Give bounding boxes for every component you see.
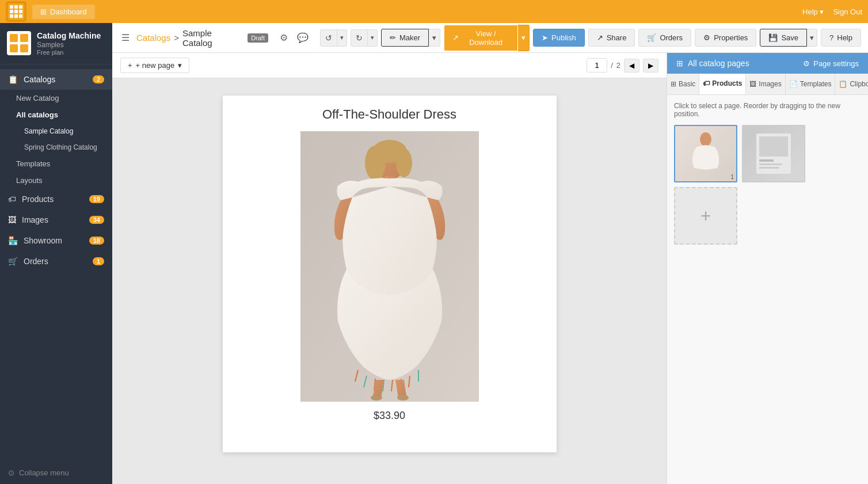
product-price: $33.90 (374, 410, 405, 422)
sidebar-item-products[interactable]: 🏷 Products 19 (0, 189, 112, 209)
tab-clipboard[interactable]: 📋 Clipboard (835, 74, 868, 94)
pencil-icon: ✏ (390, 33, 396, 42)
comment-icon-btn[interactable]: 💬 (295, 30, 311, 45)
view-button[interactable]: ↗ View / Download (444, 25, 518, 51)
tab-clipboard-label: Clipboard (850, 80, 868, 88)
sidebar-item-new-catalog[interactable]: New Catalog (0, 90, 112, 106)
save-label: Save (781, 33, 798, 42)
hamburger-menu-button[interactable]: ☰ (119, 30, 132, 45)
top-bar-right: Help ▾ Sign Out (802, 7, 862, 16)
undo-dropdown[interactable]: ▾ (337, 29, 347, 47)
page-prev-button[interactable]: ◀ (624, 59, 639, 73)
maker-group: ✏ Maker ▾ (381, 29, 440, 47)
properties-label: Properties (714, 33, 748, 42)
sidebar-item-templates[interactable]: Templates (0, 155, 112, 172)
sidebar-item-spring-catalog[interactable]: Spring Clothing Catalog (0, 139, 112, 155)
sidebar-item-layouts[interactable]: Layouts (0, 172, 112, 189)
brand-logo[interactable] (7, 31, 31, 55)
catalog-page[interactable]: Off-The-Shoulder Dress (223, 96, 557, 452)
svg-rect-22 (759, 136, 788, 157)
new-page-label: + new page (136, 61, 175, 70)
chevron-down-icon: ▾ (820, 7, 824, 16)
tab-templates[interactable]: 📄 Templates (786, 74, 836, 94)
toolbar-icons: ⚙ 💬 (277, 30, 311, 45)
page-thumbnail-1[interactable]: 1 (674, 125, 737, 182)
canvas-area: + + new page ▾ / 2 ◀ ▶ Off-The-Shoulder (112, 53, 667, 484)
showroom-badge: 18 (89, 237, 104, 245)
redo-dropdown[interactable]: ▾ (368, 29, 378, 47)
help-toolbar-button[interactable]: ? Help (821, 29, 861, 47)
sidebar-item-images[interactable]: 🖼 Images 34 (0, 209, 112, 230)
save-icon: 💾 (768, 33, 778, 42)
sidebar-item-orders[interactable]: 🛒 Orders 1 (0, 251, 112, 272)
signout-link[interactable]: Sign Out (833, 7, 862, 16)
showroom-label: Showroom (24, 236, 62, 245)
add-page-button[interactable]: + (674, 187, 737, 245)
panel-hint: Click to select a page. Reorder by dragg… (674, 102, 861, 118)
page-next-button[interactable]: ▶ (643, 59, 658, 73)
puzzle-icon: ⊞ (671, 80, 676, 88)
maker-dropdown[interactable]: ▾ (429, 29, 440, 47)
dashboard-button[interactable]: ⊞ Dashboard (32, 5, 95, 19)
right-panel: ⊞ All catalog pages ⚙ Page settings ⊞ Ba… (667, 53, 868, 484)
help-label: Help (802, 7, 818, 16)
tab-basic-label: Basic (679, 80, 695, 88)
catalogs-submenu: New Catalog All catalogs Sample Catalog … (0, 90, 112, 189)
tab-images[interactable]: 🖼 Images (746, 74, 785, 94)
maker-button[interactable]: ✏ Maker (381, 29, 429, 47)
save-button[interactable]: 💾 Save (760, 29, 807, 47)
breadcrumb-catalogs[interactable]: Catalogs (136, 33, 170, 43)
page-settings-button[interactable]: ⚙ Page settings (803, 59, 859, 68)
page-thumbnails: 1 (674, 125, 861, 245)
product-image (300, 131, 479, 402)
chevron-down-icon: ▾ (178, 61, 182, 70)
svg-rect-24 (759, 163, 782, 165)
new-page-button[interactable]: + + new page ▾ (120, 58, 189, 73)
redo-button[interactable]: ↻ (351, 29, 368, 47)
tab-basic[interactable]: ⊞ Basic (667, 74, 699, 94)
sidebar-item-showroom[interactable]: 🏪 Showroom 18 (0, 230, 112, 251)
page-thumbnail-2[interactable] (742, 125, 805, 182)
orders-icon: 🛒 (8, 257, 18, 266)
tab-templates-label: Templates (800, 80, 832, 88)
sidebar-nav: 📋 Catalogs 2 New Catalog All catalogs Sa… (0, 64, 112, 276)
svg-rect-23 (759, 159, 774, 162)
plus-icon: + (128, 61, 132, 70)
app-logo[interactable] (6, 1, 26, 22)
redo-group: ↻ ▾ (351, 29, 378, 47)
catalogs-badge: 2 (93, 75, 104, 83)
main-toolbar: ☰ Catalogs > Sample Catalog Draft ⚙ 💬 ↺ … (112, 23, 868, 53)
brand-name: Catalog Machine (37, 31, 101, 41)
maker-label: Maker (399, 33, 420, 42)
tab-products-label: Products (712, 79, 742, 87)
images-badge: 34 (89, 216, 104, 224)
product-image-placeholder (300, 131, 479, 402)
sidebar-item-catalogs[interactable]: 📋 Catalogs 2 (0, 69, 112, 90)
product-image-svg (300, 131, 479, 402)
view-dropdown[interactable]: ▾ (518, 25, 530, 51)
share-label: Share (607, 33, 627, 42)
page-number-input[interactable] (587, 58, 607, 73)
breadcrumb-current: Sample Catalog (182, 28, 242, 48)
sidebar-item-sample-catalog[interactable]: Sample Catalog (0, 123, 112, 139)
settings-icon-btn[interactable]: ⚙ (277, 30, 290, 45)
page-settings-label: Page settings (813, 59, 859, 68)
collapse-menu-button[interactable]: ⊙ Collapse menu (0, 462, 112, 484)
pages-icon: ⊞ (676, 59, 683, 68)
clipboard-icon: 📋 (839, 80, 847, 88)
products-badge: 19 (89, 195, 104, 203)
canvas-content: Off-The-Shoulder Dress (112, 78, 667, 470)
catalogs-label: Catalogs (24, 75, 55, 84)
share-icon: ↗ (597, 33, 603, 42)
undo-button[interactable]: ↺ (320, 29, 337, 47)
publish-button[interactable]: ➤ Publish (533, 29, 585, 47)
sidebar-item-all-catalogs[interactable]: All catalogs (0, 106, 112, 123)
help-link[interactable]: Help ▾ (802, 7, 824, 16)
tab-products[interactable]: 🏷 Products (699, 74, 746, 94)
sidebar: Catalog Machine Samples Free plan 📋 Cata… (0, 23, 112, 484)
tag-icon: 🏷 (703, 79, 710, 87)
properties-button[interactable]: ⚙ Properties (695, 29, 756, 47)
orders-toolbar-button[interactable]: 🛒 Orders (638, 29, 691, 47)
save-dropdown[interactable]: ▾ (807, 29, 817, 47)
share-button[interactable]: ↗ Share (588, 29, 635, 47)
